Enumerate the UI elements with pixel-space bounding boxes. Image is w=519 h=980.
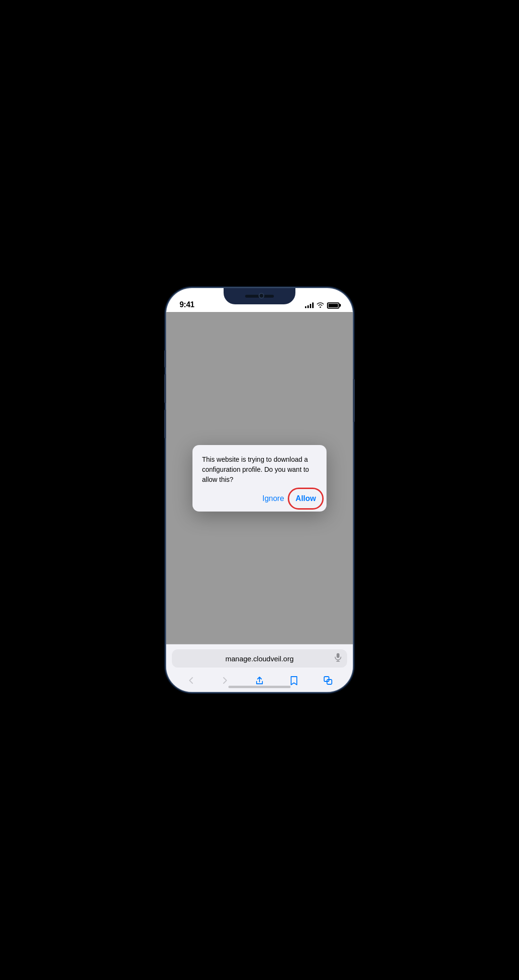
home-indicator (228, 686, 291, 688)
front-camera (259, 293, 264, 299)
alert-dialog: This website is trying to download a con… (192, 445, 327, 512)
alert-message: This website is trying to download a con… (202, 455, 317, 485)
svg-rect-0 (337, 653, 339, 658)
signal-icon (305, 302, 314, 308)
browser-content: This website is trying to download a con… (166, 312, 353, 692)
alert-overlay: This website is trying to download a con… (166, 312, 353, 644)
phone-device: 9:41 (166, 288, 353, 692)
power-button[interactable] (353, 379, 355, 422)
status-icons (305, 301, 339, 309)
tabs-button[interactable] (320, 672, 336, 689)
wifi-icon (316, 301, 324, 309)
svg-rect-3 (324, 677, 329, 681)
browser-nav (166, 670, 353, 692)
browser-toolbar: manage.cloudveil.org (166, 644, 353, 692)
url-bar[interactable]: manage.cloudveil.org (172, 649, 347, 668)
back-button[interactable] (183, 672, 199, 689)
notch (224, 288, 295, 304)
ignore-button[interactable]: Ignore (261, 492, 285, 505)
microphone-icon[interactable] (335, 653, 341, 664)
status-time: 9:41 (180, 301, 194, 309)
alert-buttons: Ignore Allow (202, 492, 317, 505)
phone-screen: 9:41 (166, 288, 353, 692)
allow-button[interactable]: Allow (294, 492, 317, 505)
svg-rect-4 (327, 679, 332, 684)
battery-icon (327, 302, 339, 309)
url-text: manage.cloudveil.org (226, 655, 294, 663)
